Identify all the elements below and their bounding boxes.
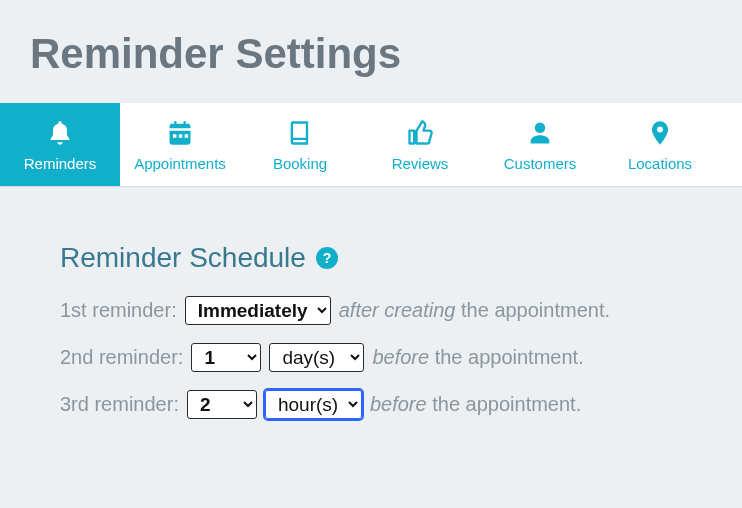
calendar-icon [166, 119, 194, 147]
pin-icon [646, 119, 674, 147]
reminder-1-label: 1st reminder: [60, 299, 177, 322]
reminder-3-unit-select[interactable]: hour(s) [265, 390, 362, 419]
book-icon [286, 119, 314, 147]
section-title: Reminder Schedule ? [60, 242, 682, 274]
reminder-2-suffix: before the appointment. [372, 346, 583, 369]
page-header: Reminder Settings [0, 0, 742, 103]
tab-booking[interactable]: Booking [240, 103, 360, 186]
tab-appointments[interactable]: Appointments [120, 103, 240, 186]
thumbs-up-icon [406, 119, 434, 147]
reminder-1-value-select[interactable]: Immediately [185, 296, 331, 325]
reminder-2-value-select[interactable]: 1 [191, 343, 261, 372]
tab-customers[interactable]: Customers [480, 103, 600, 186]
help-icon[interactable]: ? [316, 247, 338, 269]
reminder-2-label: 2nd reminder: [60, 346, 183, 369]
reminder-1-suffix: after creating the appointment. [339, 299, 610, 322]
content-area: Reminder Schedule ? 1st reminder: Immedi… [0, 187, 742, 467]
tab-reminders[interactable]: Reminders [0, 103, 120, 186]
bell-icon [46, 119, 74, 147]
reminder-row-3: 3rd reminder: 2 hour(s) before the appoi… [60, 390, 682, 419]
tab-reviews[interactable]: Reviews [360, 103, 480, 186]
reminder-row-1: 1st reminder: Immediately after creating… [60, 296, 682, 325]
tab-label: Appointments [134, 155, 226, 172]
tab-label: Reviews [392, 155, 449, 172]
tab-label: Locations [628, 155, 692, 172]
page-title: Reminder Settings [30, 30, 712, 78]
tab-label: Booking [273, 155, 327, 172]
tab-bar: Reminders Appointments Booking Reviews C… [0, 103, 742, 187]
reminder-3-label: 3rd reminder: [60, 393, 179, 416]
tab-label: Customers [504, 155, 577, 172]
tab-locations[interactable]: Locations [600, 103, 720, 186]
user-icon [526, 119, 554, 147]
reminder-3-value-select[interactable]: 2 [187, 390, 257, 419]
reminder-row-2: 2nd reminder: 1 day(s) before the appoin… [60, 343, 682, 372]
reminder-3-suffix: before the appointment. [370, 393, 581, 416]
tab-label: Reminders [24, 155, 97, 172]
section-title-text: Reminder Schedule [60, 242, 306, 274]
reminder-2-unit-select[interactable]: day(s) [269, 343, 364, 372]
